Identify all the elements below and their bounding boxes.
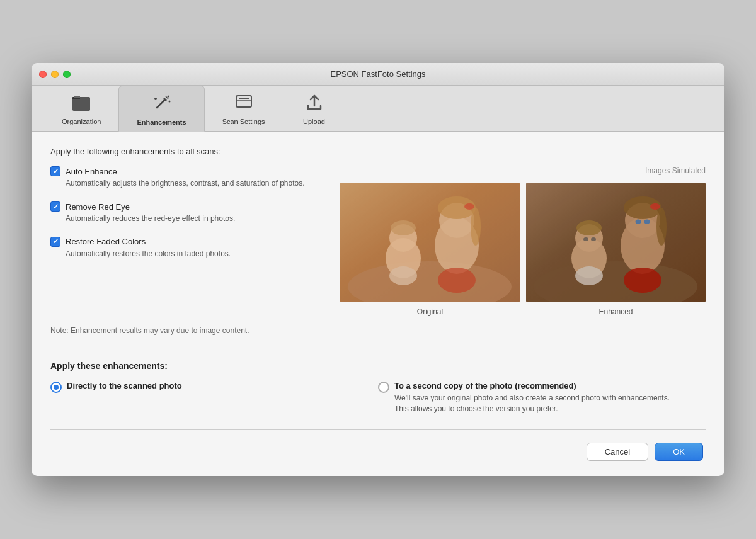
tab-scan-settings[interactable]: Scan Settings	[205, 86, 283, 131]
enhanced-label: Enhanced	[526, 307, 706, 316]
image-labels: Original Enhanced	[340, 307, 706, 316]
tab-enhancements[interactable]: Enhancements	[118, 86, 204, 132]
svg-line-3	[157, 100, 164, 108]
restore-faded-colors-label: Restore Faded Colors	[66, 237, 146, 246]
divider-2	[50, 429, 706, 430]
radio-second-copy-content: To a second copy of the photo (recommend…	[394, 381, 672, 414]
scan-settings-icon	[234, 92, 254, 115]
radio-second-copy[interactable]	[378, 382, 389, 393]
title-bar: EPSON FastFoto Settings	[32, 63, 724, 86]
enhancements-section-title: Apply the following enhancements to all …	[50, 147, 706, 156]
minimize-button[interactable]	[51, 71, 59, 78]
enhanced-photo	[526, 183, 706, 302]
maximize-button[interactable]	[63, 71, 71, 78]
restore-faded-colors-row: Restore Faded Colors	[50, 237, 321, 247]
main-content: Apply the following enhancements to all …	[32, 132, 724, 476]
simulated-label: Images Simulated	[340, 166, 706, 175]
divider-1	[50, 348, 706, 348]
enhancements-layout: Auto Enhance Automatically adjusts the b…	[50, 166, 706, 316]
remove-red-eye-checkbox[interactable]	[50, 201, 60, 212]
auto-enhance-desc: Automatically adjusts the brightness, co…	[66, 178, 321, 189]
svg-rect-42	[526, 183, 706, 302]
remove-red-eye-label: Remove Red Eye	[66, 202, 130, 212]
radio-directly[interactable]	[50, 382, 62, 393]
svg-rect-25	[340, 183, 520, 302]
organization-icon	[71, 92, 91, 115]
radio-second-copy-desc: We'll save your original photo and also …	[394, 393, 672, 414]
restore-faded-colors-checkbox[interactable]	[50, 237, 60, 247]
restore-faded-colors-desc: Automatically restores the colors in fad…	[66, 249, 321, 259]
images-row	[340, 183, 706, 302]
tab-organization[interactable]: Organization	[44, 86, 118, 131]
svg-point-7	[167, 96, 169, 98]
auto-enhance-item: Auto Enhance Automatically adjusts the b…	[50, 166, 321, 189]
radio-second-copy-row: To a second copy of the photo (recommend…	[378, 381, 706, 414]
upload-icon	[304, 92, 324, 115]
close-button[interactable]	[39, 71, 47, 78]
tab-enhancements-label: Enhancements	[137, 118, 186, 126]
tab-upload-label: Upload	[303, 118, 325, 125]
radio-directly-row: Directly to the scanned photo	[50, 381, 378, 393]
remove-red-eye-row: Remove Red Eye	[50, 201, 321, 212]
original-label: Original	[340, 307, 520, 316]
enhancement-note: Note: Enhancement results may vary due t…	[50, 326, 706, 335]
remove-red-eye-desc: Automatically reduces the red-eye effect…	[66, 213, 321, 224]
cancel-button[interactable]: Cancel	[587, 443, 648, 461]
remove-red-eye-item: Remove Red Eye Automatically reduces the…	[50, 201, 321, 224]
tab-bar: Organization Enhancements	[32, 86, 724, 132]
restore-faded-colors-item: Restore Faded Colors Automatically resto…	[50, 237, 321, 259]
tab-organization-label: Organization	[62, 118, 101, 125]
radio-second-copy-col: To a second copy of the photo (recommend…	[378, 381, 706, 414]
svg-rect-2	[74, 96, 80, 98]
original-photo	[340, 183, 520, 302]
images-col: Images Simulated	[340, 166, 706, 316]
radio-directly-label: Directly to the scanned photo	[67, 381, 182, 390]
footer-buttons: Cancel OK	[50, 443, 706, 463]
auto-enhance-label: Auto Enhance	[66, 167, 117, 176]
svg-rect-9	[236, 96, 251, 107]
enhancements-icon	[152, 93, 172, 116]
svg-point-6	[154, 98, 157, 100]
app-window: EPSON FastFoto Settings Organization	[32, 63, 724, 476]
tab-scan-settings-label: Scan Settings	[222, 118, 265, 125]
window-title: EPSON FastFoto Settings	[330, 69, 425, 79]
apply-section-title: Apply these enhancements:	[50, 361, 706, 371]
svg-rect-11	[239, 98, 249, 99]
auto-enhance-row: Auto Enhance	[50, 166, 321, 176]
radio-options: Directly to the scanned photo To a secon…	[50, 381, 706, 414]
auto-enhance-checkbox[interactable]	[50, 166, 60, 176]
traffic-lights	[39, 71, 71, 78]
ok-button[interactable]: OK	[655, 443, 703, 461]
radio-directly-col: Directly to the scanned photo	[50, 381, 378, 414]
checkboxes-col: Auto Enhance Automatically adjusts the b…	[50, 166, 321, 316]
tab-upload[interactable]: Upload	[283, 86, 346, 131]
radio-directly-content: Directly to the scanned photo	[67, 381, 182, 393]
svg-point-8	[168, 101, 170, 103]
radio-second-copy-label: To a second copy of the photo (recommend…	[394, 381, 672, 390]
